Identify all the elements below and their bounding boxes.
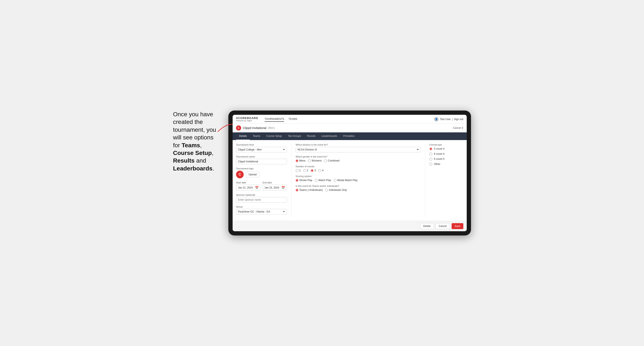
format-col: Format type 5 count 4 6 count 4 6 count …	[425, 144, 463, 217]
gender-combined[interactable]: Combined	[324, 159, 340, 162]
tablet-screen: SCOREBOARD Powered by clippd TOURNAMENTS…	[232, 115, 467, 231]
format-6count5[interactable]: 6 count 5	[430, 158, 463, 161]
tab-details[interactable]: Details	[236, 132, 250, 140]
cancel-button[interactable]: Cancel	[436, 223, 450, 229]
gender-womens-label: Womens	[312, 159, 322, 162]
rounds-3-label: 3	[314, 169, 316, 172]
rounds-1[interactable]: 1	[296, 169, 301, 172]
calendar-icon: 📅	[255, 186, 258, 189]
rounds-3-radio[interactable]	[311, 169, 314, 172]
tournament-badge: (Men)	[268, 127, 275, 129]
scoring-medal-match-radio[interactable]	[334, 179, 336, 182]
format-6count4-label: 6 count 4	[434, 152, 444, 155]
rounds-2-radio[interactable]	[303, 169, 306, 172]
venue-field-group: Venue Peachtree GC - Atlanta - GA	[236, 205, 287, 214]
gender-womens-radio[interactable]	[308, 160, 311, 162]
rounds-4-radio[interactable]	[318, 169, 321, 172]
tab-course-setup[interactable]: Course Setup	[263, 132, 285, 140]
cancel-top-button[interactable]: Cancel X	[453, 127, 463, 129]
gender-combined-radio[interactable]	[324, 160, 327, 162]
user-area: 👤 Test User | Sign out	[434, 117, 463, 122]
scoring-label: Scoring system	[296, 175, 421, 177]
end-date-value: Jan 23, 2024	[264, 186, 279, 189]
delete-button[interactable]: Delete	[420, 223, 434, 229]
start-date-input[interactable]: Jan 21, 2024 📅	[236, 185, 260, 191]
individuals-radio[interactable]	[325, 189, 328, 191]
format-5count4-radio[interactable]	[430, 148, 432, 150]
gender-radio-group: Mens Womens Combined	[296, 159, 421, 162]
scoring-match-radio[interactable]	[315, 179, 318, 182]
scoring-match[interactable]: Match Play	[315, 179, 331, 182]
host-field-group: Tournament Host Clippd College - Men	[236, 144, 287, 152]
end-date-input[interactable]: Jan 23, 2024 📅	[262, 185, 287, 191]
scoring-radio-group: Stroke Play Match Play Medal Match Play	[296, 179, 421, 182]
user-avatar: 👤	[434, 117, 439, 122]
individuals-only[interactable]: Individuals Only	[325, 188, 347, 191]
teams-radio[interactable]	[296, 189, 298, 191]
tournament-header: C Clippd Invitational (Men) Cancel X	[232, 124, 467, 132]
rounds-1-radio[interactable]	[296, 169, 298, 172]
tab-tee-groups[interactable]: Tee Groups	[285, 132, 304, 140]
gender-womens[interactable]: Womens	[308, 159, 322, 162]
rounds-4-label: 4	[322, 169, 324, 172]
format-5count4[interactable]: 5 count 4	[430, 147, 463, 150]
format-6count4[interactable]: 6 count 4	[430, 152, 463, 155]
scoring-match-label: Match Play	[318, 179, 331, 182]
name-label: Tournament name	[236, 155, 287, 158]
bold-results: Results	[173, 157, 194, 164]
scoring-field-group: Scoring system Stroke Play Match Play	[296, 175, 421, 182]
scoring-medal-match-label: Medal Match Play	[337, 179, 358, 182]
host-select[interactable]: Clippd College - Men	[236, 147, 287, 152]
venue-select[interactable]: Peachtree GC - Atlanta - GA	[236, 209, 287, 214]
sponsor-field-group: Sponsor (optional)	[236, 194, 287, 202]
teams-field-group: Is this event for Teams and/or Individua…	[296, 185, 421, 191]
bold-teams: Teams	[182, 142, 200, 149]
tablet-frame: SCOREBOARD Powered by clippd TOURNAMENTS…	[228, 111, 471, 235]
scoring-stroke-radio[interactable]	[296, 179, 298, 182]
division-field-group: Which division is the event for? NCAA Di…	[296, 144, 421, 152]
logo-subtitle: Powered by clippd	[236, 120, 258, 122]
tab-teams[interactable]: Teams	[250, 132, 263, 140]
top-nav: SCOREBOARD Powered by clippd TOURNAMENTS…	[232, 115, 467, 124]
host-label: Tournament Host	[236, 144, 287, 146]
division-label: Which division is the event for?	[296, 144, 421, 146]
rounds-radio-group: 1 2 3 4	[296, 169, 421, 172]
format-6count5-radio[interactable]	[430, 158, 432, 161]
rounds-2[interactable]: 2	[303, 169, 308, 172]
logo-field-group: Tournament logo C Upload	[236, 167, 287, 178]
rounds-2-label: 2	[307, 169, 308, 172]
sponsor-input[interactable]	[236, 197, 287, 202]
separator: |	[452, 118, 453, 121]
division-select[interactable]: NCAA Division III	[296, 147, 421, 152]
scoring-medal-match[interactable]: Medal Match Play	[334, 179, 358, 182]
calendar-icon-end: 📅	[281, 186, 285, 189]
upload-button[interactable]: Upload	[246, 172, 260, 177]
gender-mens-label: Mens	[299, 159, 306, 162]
save-button[interactable]: Save	[452, 223, 463, 229]
teams-plus-individuals[interactable]: Teams (+Individuals)	[296, 188, 323, 191]
tab-leaderboards[interactable]: Leaderboards	[318, 132, 340, 140]
rounds-3[interactable]: 3	[311, 169, 316, 172]
nav-teams[interactable]: TEAMS	[288, 117, 297, 122]
user-name[interactable]: Test User	[440, 118, 451, 121]
bold-leaderboards: Leaderboards	[173, 165, 212, 172]
logo-upload-area: C Upload	[236, 171, 287, 178]
logo-area: SCOREBOARD Powered by clippd	[236, 117, 258, 122]
venue-label: Venue	[236, 205, 287, 208]
left-col: Tournament Host Clippd College - Men Tou…	[236, 144, 291, 217]
gender-mens[interactable]: Mens	[296, 159, 306, 162]
scoring-stroke[interactable]: Stroke Play	[296, 179, 312, 182]
format-6count4-radio[interactable]	[430, 153, 432, 155]
nav-tournaments[interactable]: TOURNAMENTS	[264, 117, 284, 122]
gender-mens-radio[interactable]	[296, 160, 298, 162]
mid-col: Which division is the event for? NCAA Di…	[291, 144, 425, 217]
gender-label: Which gender is the event for?	[296, 155, 421, 158]
format-other[interactable]: Other	[430, 163, 463, 166]
rounds-4[interactable]: 4	[318, 169, 324, 172]
sign-out-link[interactable]: Sign out	[454, 118, 463, 121]
tab-results[interactable]: Results	[304, 132, 318, 140]
name-field-group: Tournament name	[236, 155, 287, 164]
tab-printables[interactable]: Printables	[340, 132, 358, 140]
name-input[interactable]	[236, 159, 287, 164]
format-other-radio[interactable]	[430, 163, 432, 166]
